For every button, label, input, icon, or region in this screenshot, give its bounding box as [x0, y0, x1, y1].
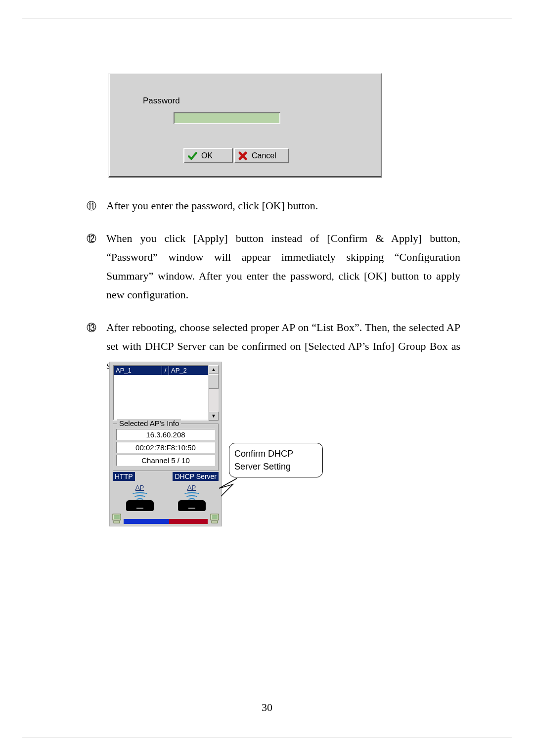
selected-ap-info-group: Selected AP's Info 16.3.60.208 00:02:78:…: [113, 424, 219, 471]
ap-icon: AP: [126, 484, 154, 511]
signal-bar: [124, 519, 208, 524]
callout-box: Confirm DHCP Server Setting: [229, 443, 323, 477]
scroll-down-button[interactable]: ▼: [209, 412, 219, 421]
page-number: 30: [22, 701, 512, 714]
ap-listbox[interactable]: AP_1 / AP_2 ▲ ▼: [113, 365, 219, 421]
tag-row: HTTP DHCP Server: [110, 472, 222, 483]
computer-icon: [210, 513, 220, 524]
info-mac: 00:02:78:F8:10:50: [116, 442, 215, 453]
list-item: ⑫ When you click [Apply] button instead …: [87, 229, 460, 304]
ok-button[interactable]: OK: [183, 148, 233, 163]
dialog-button-row: OK Cancel: [183, 148, 289, 163]
list-marker: ⑪: [87, 196, 106, 215]
ap-info-panel: AP_1 / AP_2 ▲ ▼ Selected AP's Info 16.3.…: [109, 362, 222, 526]
instruction-list: ⑪ After you enter the password, click [O…: [87, 196, 460, 388]
dhcp-server-tag: DHCP Server: [173, 472, 219, 481]
info-channel: Channel 5 / 10: [116, 455, 215, 466]
cancel-button-label: Cancel: [252, 151, 276, 160]
bottom-status-row: [110, 513, 222, 526]
scrollbar-vertical[interactable]: ▲ ▼: [208, 365, 219, 421]
group-title: Selected AP's Info: [117, 419, 181, 427]
svg-rect-4: [212, 515, 218, 519]
list-marker: ⑫: [87, 229, 106, 304]
scroll-thumb[interactable]: [209, 374, 219, 389]
svg-rect-5: [212, 521, 218, 523]
ap-icon-label: AP: [135, 484, 144, 491]
password-input[interactable]: [174, 112, 280, 124]
x-icon: [238, 151, 248, 161]
list-content: When you click [Apply] button instead of…: [106, 229, 460, 304]
ap-icon-row: AP AP: [110, 483, 222, 513]
password-dialog: Password OK C: [108, 73, 382, 178]
svg-rect-1: [114, 515, 120, 519]
access-point-icon: [126, 492, 154, 511]
list-item: ⑪ After you enter the password, click [O…: [87, 196, 460, 215]
wifi-signal-icon: [130, 492, 150, 500]
cancel-button[interactable]: Cancel: [234, 148, 289, 163]
list-content: After you enter the password, click [OK]…: [106, 196, 460, 215]
listbox-separator: /: [162, 366, 169, 375]
scroll-up-button[interactable]: ▲: [209, 365, 219, 374]
svg-rect-2: [114, 521, 120, 523]
listbox-cell: AP_1: [114, 366, 162, 375]
callout-line: Server Setting: [234, 460, 317, 473]
check-icon: [187, 151, 197, 161]
list-marker: ⑬: [87, 318, 106, 375]
ap-icon-label: AP: [187, 484, 196, 491]
http-tag: HTTP: [113, 472, 135, 481]
password-label: Password: [143, 96, 180, 106]
access-point-icon: [178, 492, 206, 511]
info-ip: 16.3.60.208: [116, 429, 215, 440]
listbox-row[interactable]: AP_1 / AP_2: [114, 366, 218, 375]
callout-line: Confirm DHCP: [234, 447, 317, 460]
ok-button-label: OK: [201, 151, 213, 160]
ap-icon: AP: [178, 484, 206, 511]
wifi-signal-icon: [182, 492, 202, 500]
computer-icon: [112, 513, 122, 524]
